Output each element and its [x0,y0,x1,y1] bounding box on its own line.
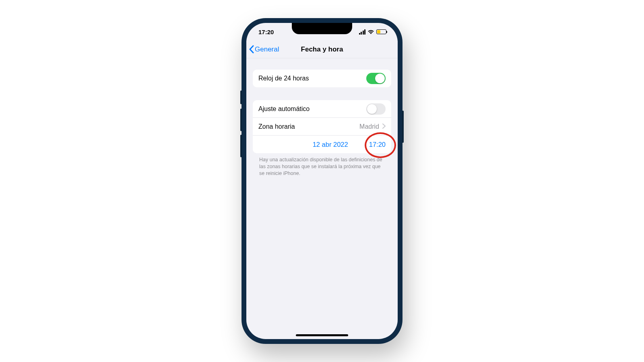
row-auto-label: Ajuste automático [258,105,366,113]
toggle-24h-clock[interactable] [366,73,386,84]
toggle-knob [367,104,377,114]
status-time: 17:20 [258,29,274,35]
row-timezone[interactable]: Zona horaria Madrid [253,118,391,136]
date-picker[interactable]: 12 abr 2022 [313,141,348,148]
toggle-auto-adjust[interactable] [366,103,386,115]
chevron-right-icon [382,123,386,130]
mute-switch[interactable] [240,90,242,104]
volume-down-button[interactable] [240,135,242,157]
chevron-left-icon [249,45,254,53]
row-auto-adjust: Ajuste automático [253,100,391,118]
row-24h-clock: Reloj de 24 horas [253,70,391,87]
battery-icon [376,29,386,34]
notch [292,23,352,34]
phone-frame: 17:20 General [242,18,402,344]
volume-up-button[interactable] [240,109,242,131]
power-button[interactable] [402,111,404,143]
row-24h-label: Reloj de 24 horas [258,75,366,82]
row-date-time: 12 abr 2022 17:20 [253,136,391,153]
settings-group-auto: Ajuste automático Zona horaria Madrid 12… [253,100,391,153]
row-tz-value: Madrid [359,123,379,130]
footer-note: Hay una actualización disponible de las … [253,153,391,177]
wifi-icon [367,29,374,35]
time-picker[interactable]: 17:20 [369,141,386,148]
row-tz-label: Zona horaria [258,123,359,130]
nav-bar: General Fecha y hora [246,41,398,58]
back-label: General [255,45,279,53]
settings-content: Reloj de 24 horas Ajuste automático Zona… [246,70,398,177]
settings-group-clock: Reloj de 24 horas [253,70,391,87]
back-button[interactable]: General [249,45,279,53]
status-right [359,29,387,35]
toggle-knob [375,74,385,83]
home-indicator[interactable] [296,334,348,336]
screen: 17:20 General [246,23,398,339]
cellular-icon [359,29,366,35]
